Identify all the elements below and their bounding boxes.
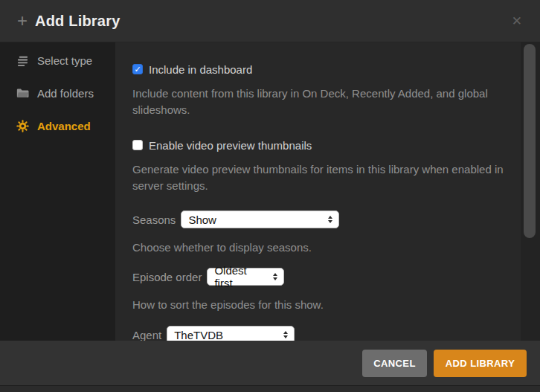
include-dashboard-checkbox[interactable]: ✓ [132, 64, 143, 74]
dialog-title: Add Library [35, 13, 120, 30]
seasons-select-value: Show [188, 213, 321, 226]
include-dashboard-row: ✓ Include in dashboard [132, 62, 521, 76]
sidebar-item-label: Select type [37, 54, 92, 67]
agent-select-value: TheTVDB [174, 329, 276, 341]
video-preview-help: Generate video preview thumbnails for it… [132, 161, 516, 194]
sidebar-item-label: Add folders [37, 87, 94, 100]
gear-icon [16, 120, 29, 132]
agent-select[interactable]: TheTVDB [167, 326, 295, 341]
video-preview-checkbox[interactable] [132, 140, 143, 150]
agent-label: Agent [132, 329, 161, 341]
scrollbar-thumb[interactable] [524, 44, 536, 238]
include-dashboard-help: Include content from this library in On … [132, 86, 516, 118]
advanced-settings-panel: ✓ Include in dashboard Include content f… [115, 42, 521, 341]
sidebar-item-select-type[interactable]: Select type [0, 44, 115, 77]
dialog-sidebar: Select type Add folders [0, 42, 115, 341]
plus-icon: + [17, 12, 28, 30]
select-arrows-icon [328, 216, 332, 223]
seasons-select[interactable]: Show [181, 211, 339, 228]
episode-order-row: Episode order Oldest first [132, 268, 521, 286]
add-library-dialog: + Add Library ✕ Select type [0, 0, 540, 392]
episode-order-help: How to sort the episodes for this show. [132, 297, 516, 313]
episode-order-select-value: Oldest first [214, 264, 266, 289]
video-preview-row: Enable video preview thumbnails [132, 138, 521, 152]
seasons-label: Seasons [132, 213, 176, 226]
seasons-row: Seasons Show [132, 211, 521, 228]
include-dashboard-label[interactable]: Include in dashboard [149, 63, 252, 76]
dialog-body: Select type Add folders [0, 42, 540, 341]
list-lines-icon [16, 54, 29, 67]
select-arrows-icon [283, 331, 288, 338]
agent-row: Agent TheTVDB [132, 326, 521, 341]
video-preview-label[interactable]: Enable video preview thumbnails [149, 139, 312, 152]
page-background-strip [0, 386, 540, 392]
seasons-help: Choose whether to display seasons. [132, 240, 516, 256]
folder-icon [16, 87, 29, 100]
sidebar-item-label: Advanced [37, 120, 91, 132]
sidebar-item-add-folders[interactable]: Add folders [0, 77, 115, 109]
dialog-header: + Add Library ✕ [0, 0, 540, 42]
cancel-button[interactable]: CANCEL [362, 350, 427, 377]
scrollbar-track[interactable] [521, 42, 540, 341]
episode-order-label: Episode order [132, 271, 202, 283]
close-icon[interactable]: ✕ [509, 12, 525, 30]
episode-order-select[interactable]: Oldest first [207, 268, 284, 286]
dialog-footer: CANCEL ADD LIBRARY [0, 341, 540, 386]
sidebar-item-advanced[interactable]: Advanced [0, 109, 115, 142]
check-icon: ✓ [134, 65, 141, 74]
select-arrows-icon [273, 273, 277, 280]
add-library-button[interactable]: ADD LIBRARY [434, 350, 527, 377]
